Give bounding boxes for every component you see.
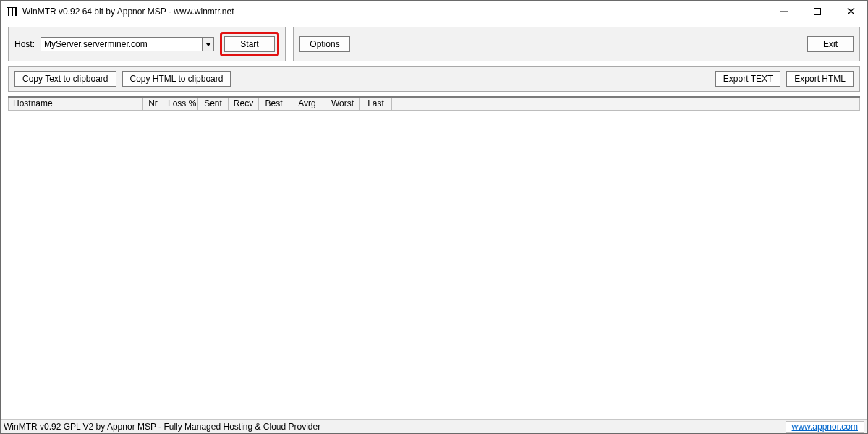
col-hostname[interactable]: Hostname <box>9 98 143 110</box>
results-table: Hostname Nr Loss % Sent Recv Best Avrg W… <box>8 96 860 414</box>
export-toolbar-row: Copy Text to clipboard Copy HTML to clip… <box>1 66 867 96</box>
options-panel: Options Exit <box>293 27 860 61</box>
table-body <box>8 111 860 414</box>
window-controls <box>767 1 867 22</box>
chevron-down-icon[interactable] <box>202 38 213 51</box>
host-combobox[interactable] <box>41 37 214 51</box>
export-panel: Copy Text to clipboard Copy HTML to clip… <box>8 66 860 92</box>
host-label: Host: <box>14 39 35 49</box>
client-area: Host: Start Options Exit Copy Text to cl… <box>1 22 867 433</box>
col-best[interactable]: Best <box>259 98 289 110</box>
host-panel: Host: Start <box>8 27 286 61</box>
svg-rect-3 <box>7 7 17 8</box>
appnor-link[interactable]: www.appnor.com <box>792 422 858 432</box>
maximize-button[interactable] <box>801 1 834 22</box>
svg-rect-0 <box>8 7 9 16</box>
col-recv[interactable]: Recv <box>229 98 259 110</box>
app-window: WinMTR v0.92 64 bit by Appnor MSP - www.… <box>0 0 868 434</box>
table-header[interactable]: Hostname Nr Loss % Sent Recv Best Avrg W… <box>8 98 860 111</box>
svg-rect-2 <box>15 7 17 16</box>
host-input[interactable] <box>41 38 202 51</box>
col-sent[interactable]: Sent <box>198 98 229 110</box>
status-link-cell: www.appnor.com <box>786 421 864 433</box>
top-toolbar: Host: Start Options Exit <box>1 22 867 66</box>
start-button[interactable]: Start <box>224 36 275 52</box>
col-spacer[interactable] <box>392 98 859 110</box>
svg-rect-4 <box>780 11 788 12</box>
close-button[interactable] <box>834 1 867 22</box>
statusbar: WinMTR v0.92 GPL V2 by Appnor MSP - Full… <box>1 419 867 433</box>
svg-rect-5 <box>814 8 821 14</box>
col-worst[interactable]: Worst <box>326 98 360 110</box>
copy-text-button[interactable]: Copy Text to clipboard <box>14 71 116 87</box>
export-html-button[interactable]: Export HTML <box>786 71 854 87</box>
col-avrg[interactable]: Avrg <box>289 98 326 110</box>
window-title: WinMTR v0.92 64 bit by Appnor MSP - www.… <box>22 7 767 17</box>
col-loss[interactable]: Loss % <box>163 98 198 110</box>
titlebar[interactable]: WinMTR v0.92 64 bit by Appnor MSP - www.… <box>1 1 867 22</box>
col-last[interactable]: Last <box>360 98 392 110</box>
start-highlight: Start <box>220 32 279 56</box>
status-text: WinMTR v0.92 GPL V2 by Appnor MSP - Full… <box>4 422 786 432</box>
svg-rect-1 <box>12 7 13 16</box>
options-button[interactable]: Options <box>299 36 350 52</box>
exit-button[interactable]: Exit <box>807 36 854 52</box>
copy-html-button[interactable]: Copy HTML to clipboard <box>122 71 231 87</box>
minimize-button[interactable] <box>767 1 801 22</box>
app-icon <box>7 6 18 17</box>
export-text-button[interactable]: Export TEXT <box>715 71 780 87</box>
col-nr[interactable]: Nr <box>143 98 163 110</box>
